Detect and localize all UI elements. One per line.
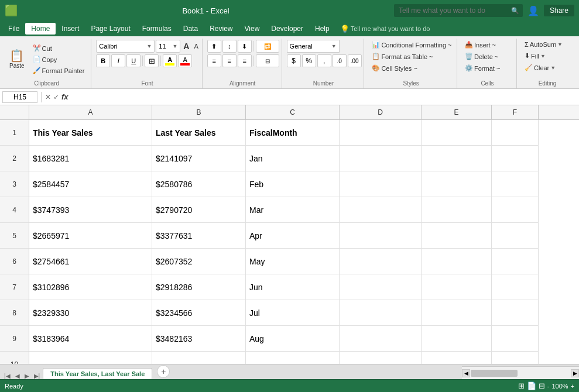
italic-button[interactable]: I <box>111 54 125 67</box>
menu-formulas[interactable]: Formulas <box>136 23 177 35</box>
sheet-nav-prev[interactable]: ◀ <box>13 373 22 379</box>
grid-cell-c4[interactable]: Mar <box>246 197 340 223</box>
row-header[interactable]: 7 <box>0 274 29 300</box>
scroll-left-btn[interactable]: ◀ <box>462 369 470 377</box>
grid-cell-b2[interactable]: $2141097 <box>152 146 246 171</box>
scroll-right-btn[interactable]: ▶ <box>571 369 579 377</box>
conditional-formatting-btn[interactable]: 📊 Conditional Formatting ~ <box>369 40 454 50</box>
grid-cell-d7[interactable] <box>340 274 422 300</box>
grid-cell-a3[interactable]: $2584457 <box>29 171 152 197</box>
grid-cell-e4[interactable] <box>422 197 492 223</box>
grid-cell-a9[interactable]: $3183964 <box>29 326 152 352</box>
align-middle-btn[interactable]: ↕ <box>222 40 237 53</box>
align-top-btn[interactable]: ⬆ <box>207 40 221 53</box>
col-header-e[interactable]: E <box>422 105 492 119</box>
row-header[interactable]: 3 <box>0 171 29 197</box>
col-header-d[interactable]: D <box>340 105 422 119</box>
grid-cell-d5[interactable] <box>340 223 422 249</box>
align-bottom-btn[interactable]: ⬇ <box>238 40 252 53</box>
grid-cell-e10[interactable] <box>422 352 492 364</box>
grid-cell-f10[interactable] <box>492 352 539 364</box>
grid-cell-a6[interactable]: $2754661 <box>29 249 152 274</box>
grid-cell-c7[interactable]: Jun <box>246 274 340 300</box>
add-sheet-btn[interactable]: + <box>157 365 170 378</box>
row-header[interactable]: 1 <box>0 120 29 146</box>
grid-cell-d2[interactable] <box>340 146 422 171</box>
number-format-dropdown[interactable]: General ▼ <box>287 40 340 53</box>
view-normal-btn[interactable]: ⊞ <box>518 381 525 390</box>
cell-ref-box[interactable]: H15 <box>2 91 37 103</box>
increase-decimal-btn[interactable]: .0 <box>333 54 347 67</box>
bold-button[interactable]: B <box>96 54 110 67</box>
grid-cell-e5[interactable] <box>422 223 492 249</box>
sheet-tab-1[interactable]: This Year Sales, Last Year Sale <box>43 368 152 379</box>
grid-cell-e1[interactable] <box>422 120 492 146</box>
decrease-font-btn[interactable]: A <box>192 42 200 50</box>
grid-cell-a1[interactable]: This Year Sales <box>29 120 152 146</box>
wrap-text-btn[interactable]: 🔁 <box>256 40 279 53</box>
grid-cell-f7[interactable] <box>492 274 539 300</box>
decrease-decimal-btn[interactable]: .00 <box>348 54 362 67</box>
grid-cell-e6[interactable] <box>422 249 492 274</box>
grid-cell-a5[interactable]: $2665971 <box>29 223 152 249</box>
insert-btn[interactable]: 📥 Insert ~ <box>462 40 499 50</box>
view-page-break-btn[interactable]: ⊟ <box>539 381 545 390</box>
formula-input[interactable] <box>71 92 577 102</box>
grid-cell-a2[interactable]: $1683281 <box>29 146 152 171</box>
col-header-f[interactable]: F <box>492 105 539 119</box>
grid-cell-f6[interactable] <box>492 249 539 274</box>
format-btn[interactable]: ⚙️ Format ~ <box>462 63 503 73</box>
menu-view[interactable]: View <box>239 23 266 35</box>
scroll-thumb-h[interactable] <box>471 370 518 377</box>
grid-cell-e8[interactable] <box>422 300 492 326</box>
grid-cell-d4[interactable] <box>340 197 422 223</box>
zoom-out-btn[interactable]: - <box>547 383 550 390</box>
menu-data[interactable]: Data <box>177 23 204 35</box>
zoom-in-btn[interactable]: + <box>571 383 574 390</box>
grid-cell-c1[interactable]: FiscalMonth <box>246 120 340 146</box>
grid-cell-f1[interactable] <box>492 120 539 146</box>
grid-cell-d9[interactable] <box>340 326 422 352</box>
grid-cell-e3[interactable] <box>422 171 492 197</box>
cancel-formula-btn[interactable]: ✕ <box>45 93 51 101</box>
grid-cell-d8[interactable] <box>340 300 422 326</box>
grid-cell-d3[interactable] <box>340 171 422 197</box>
search-input[interactable] <box>394 4 523 17</box>
grid-cell-f5[interactable] <box>492 223 539 249</box>
percent-btn[interactable]: % <box>302 54 316 67</box>
col-header-a[interactable]: A <box>29 105 152 119</box>
grid-cell-e2[interactable] <box>422 146 492 171</box>
delete-btn[interactable]: 🗑️ Delete ~ <box>462 51 501 61</box>
paste-button[interactable]: 📋 Paste <box>6 42 28 77</box>
borders-button[interactable]: ⊞ <box>145 54 159 67</box>
align-center-btn[interactable]: ≡ <box>222 54 237 67</box>
grid-cell-c2[interactable]: Jan <box>246 146 340 171</box>
grid-cell-b1[interactable]: Last Year Sales <box>152 120 246 146</box>
row-header[interactable]: 6 <box>0 249 29 274</box>
grid-cell-b7[interactable]: $2918286 <box>152 274 246 300</box>
grid-cell-f9[interactable] <box>492 326 539 352</box>
menu-help[interactable]: Help <box>309 23 335 35</box>
merge-center-btn[interactable]: ⊟ <box>256 54 279 67</box>
sheet-nav-last[interactable]: ▶| <box>32 373 42 379</box>
row-header[interactable]: 9 <box>0 326 29 352</box>
cut-button[interactable]: ✂️ Cut <box>30 43 88 53</box>
grid-cell-b3[interactable]: $2580786 <box>152 171 246 197</box>
menu-review[interactable]: Review <box>204 23 238 35</box>
row-header[interactable]: 4 <box>0 197 29 223</box>
menu-home[interactable]: Home <box>25 23 56 35</box>
grid-cell-d1[interactable] <box>340 120 422 146</box>
grid-cell-b10[interactable] <box>152 352 246 364</box>
grid-cell-c5[interactable]: Apr <box>246 223 340 249</box>
fill-btn[interactable]: ⬇ Fill ▼ <box>522 51 549 61</box>
tell-me-search[interactable]: Tell me what you want to do <box>351 25 430 32</box>
grid-cell-c6[interactable]: May <box>246 249 340 274</box>
view-layout-btn[interactable]: 📄 <box>527 381 536 390</box>
sheet-nav-next[interactable]: ▶ <box>23 373 31 379</box>
col-header-c[interactable]: C <box>246 105 340 119</box>
currency-btn[interactable]: $ <box>287 54 301 67</box>
copy-button[interactable]: 📄 Copy <box>30 54 88 64</box>
function-btn[interactable]: fx <box>61 92 68 101</box>
clear-btn[interactable]: 🧹 Clear ▼ <box>522 63 559 73</box>
grid-cell-f3[interactable] <box>492 171 539 197</box>
